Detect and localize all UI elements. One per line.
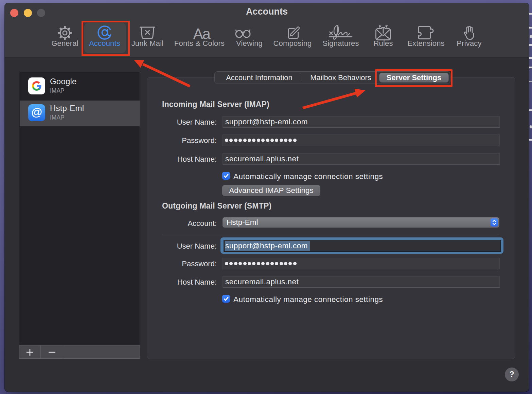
- svg-text:@: @: [31, 106, 42, 118]
